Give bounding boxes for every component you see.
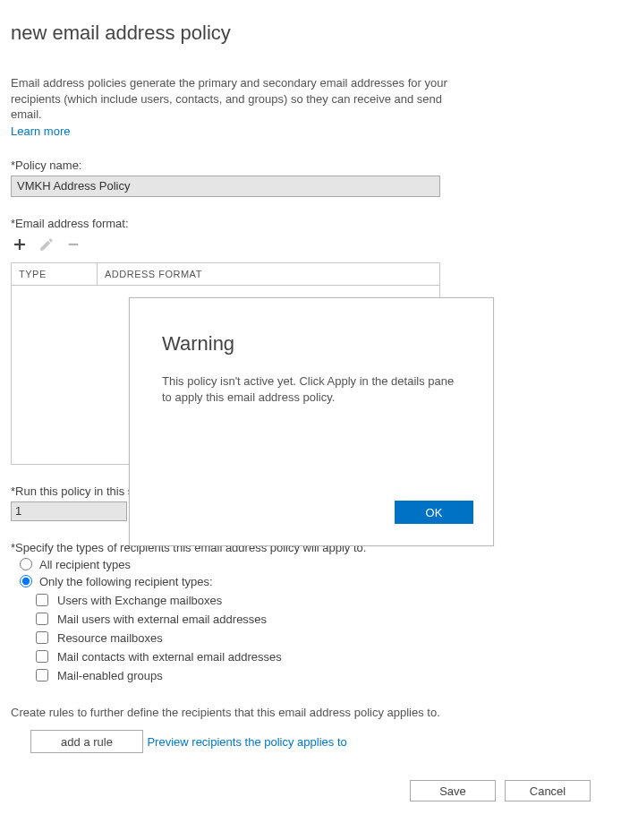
add-rule-button[interactable]: add a rule [30, 730, 143, 753]
check-label: Mail-enabled groups [57, 669, 163, 682]
check-resource-mailboxes[interactable]: Resource mailboxes [36, 631, 610, 645]
radio-only-recipients[interactable]: Only the following recipient types: [20, 575, 610, 588]
check-mail-enabled-groups[interactable]: Mail-enabled groups [36, 669, 610, 682]
add-icon[interactable] [11, 236, 29, 253]
intro-text: Email address policies generate the prim… [11, 75, 476, 123]
ok-button[interactable]: OK [395, 501, 473, 524]
remove-icon [64, 236, 82, 253]
save-button[interactable]: Save [410, 780, 496, 801]
policy-name-input[interactable] [11, 176, 440, 197]
check-input[interactable] [36, 669, 48, 681]
check-label: Mail contacts with external email addres… [57, 650, 282, 664]
warning-title: Warning [162, 332, 461, 356]
rules-text: Create rules to further define the recip… [11, 706, 610, 719]
radio-only-label: Only the following recipient types: [39, 575, 213, 588]
cancel-button[interactable]: Cancel [505, 780, 591, 801]
warning-body: This policy isn't active yet. Click Appl… [162, 373, 461, 405]
check-users-mailboxes[interactable]: Users with Exchange mailboxes [36, 594, 610, 607]
format-label: *Email address format: [11, 217, 610, 230]
sequence-input[interactable] [11, 501, 127, 521]
radio-all-recipients[interactable]: All recipient types [20, 558, 610, 571]
format-toolbar [11, 236, 610, 253]
check-input[interactable] [36, 594, 48, 606]
radio-all-input[interactable] [20, 558, 32, 570]
format-table: TYPE ADDRESS FORMAT [11, 262, 440, 286]
dialog-footer: Save Cancel [11, 780, 610, 801]
check-label: Users with Exchange mailboxes [57, 594, 222, 607]
radio-all-label: All recipient types [39, 558, 131, 571]
check-label: Resource mailboxes [57, 631, 163, 645]
warning-dialog: Warning This policy isn't active yet. Cl… [129, 297, 494, 546]
check-input[interactable] [36, 613, 48, 625]
learn-more-link[interactable]: Learn more [11, 124, 70, 138]
col-type: TYPE [12, 262, 98, 285]
preview-recipients-link[interactable]: Preview recipients the policy applies to [147, 735, 346, 749]
check-label: Mail users with external email addresses [57, 613, 267, 626]
page-title: new email address policy [11, 21, 610, 45]
check-mail-contacts-external[interactable]: Mail contacts with external email addres… [36, 650, 610, 664]
check-input[interactable] [36, 650, 48, 663]
check-mail-users-external[interactable]: Mail users with external email addresses [36, 613, 610, 626]
col-address: ADDRESS FORMAT [98, 262, 440, 285]
radio-only-input[interactable] [20, 575, 32, 587]
edit-icon [38, 236, 55, 253]
policy-name-label: *Policy name: [11, 159, 610, 172]
check-input[interactable] [36, 631, 48, 644]
